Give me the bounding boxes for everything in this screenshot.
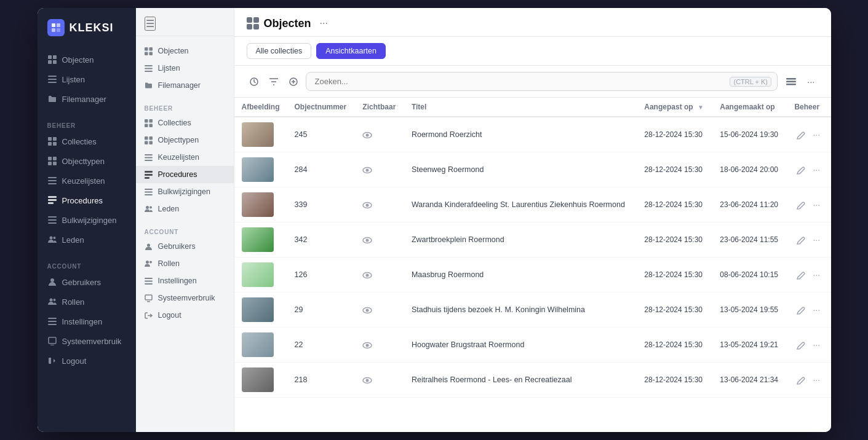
outer-sidebar-item-rollen[interactable]: Rollen — [38, 292, 136, 312]
outer-sidebar-item-leden[interactable]: Leden — [38, 230, 136, 249]
table-row: 284 Steenweg Roermond28-12-2024 15:3018-… — [234, 152, 831, 187]
outer-sidebar-item-instellingen[interactable]: Instellingen — [38, 312, 136, 331]
objectnummer-value: 284 — [295, 165, 308, 174]
inner-sidebar-item-gebruikers[interactable]: Gebruikers — [136, 238, 234, 255]
inner-sidebar-header: ☰ — [136, 8, 234, 36]
svg-rect-3 — [57, 28, 60, 32]
action-buttons: ··· — [794, 163, 823, 176]
inner-sidebar-label-instellingen: Instellingen — [158, 277, 197, 285]
outer-sidebar-item-logout[interactable]: Logout — [38, 351, 136, 371]
filter-button[interactable] — [266, 74, 281, 89]
hamburger-button[interactable]: ☰ — [145, 17, 156, 31]
edit-button[interactable] — [794, 234, 808, 246]
table-header-row: Afbeelding Objectnummer Zichtbaar Titel — [234, 98, 831, 117]
titel-value: Maasbrug Roermond — [412, 270, 484, 279]
more-options-button[interactable]: ··· — [810, 234, 822, 246]
edit-button[interactable] — [794, 304, 808, 316]
edit-button[interactable] — [794, 269, 808, 281]
visibility-icon[interactable] — [362, 374, 372, 384]
svg-rect-14 — [53, 142, 57, 146]
cell-objectnummer: 218 — [287, 363, 356, 398]
outer-sidebar-item-procedures[interactable]: Procedures — [38, 191, 136, 210]
titel-value: Reitralheis Roermond - Lees- en Recreati… — [412, 375, 572, 384]
cell-beheer: ··· — [787, 293, 830, 328]
titel-value: Zwartbroekplein Roermond — [412, 235, 504, 244]
inner-sidebar-item-keuzelijsten[interactable]: Keuzelijsten — [136, 149, 234, 166]
inner-sidebar-item-leden[interactable]: Leden — [136, 200, 234, 218]
outer-sidebar-item-systeemverbruik[interactable]: Systeemverbruik — [38, 331, 136, 351]
outer-sidebar-item-collecties[interactable]: Collecties — [38, 132, 136, 151]
edit-button[interactable] — [794, 128, 808, 141]
svg-rect-4 — [48, 55, 52, 59]
outer-sidebar-item-lijsten[interactable]: Lijsten — [38, 69, 136, 89]
cell-beheer: ··· — [787, 363, 830, 398]
more-options-button[interactable]: ··· — [810, 374, 822, 386]
user-icon — [47, 277, 57, 287]
action-buttons: ··· — [794, 304, 823, 316]
outer-sidebar-label-filemanager: Filemanager — [62, 95, 106, 104]
inner-sidebar-item-systeemverbruik[interactable]: Systeemverbruik — [136, 289, 234, 307]
visibility-icon[interactable] — [362, 199, 372, 209]
more-options-button[interactable]: ··· — [810, 269, 822, 281]
settings-icon — [47, 316, 57, 326]
svg-point-83 — [366, 168, 369, 171]
inner-sidebar-item-procedures[interactable]: Procedures — [136, 166, 234, 183]
visibility-icon[interactable] — [362, 234, 372, 244]
outer-sidebar-item-bulkwijzigingen[interactable]: Bulkwijzigingen — [38, 210, 136, 230]
edit-button[interactable] — [794, 163, 808, 176]
inner-grid-icon — [145, 47, 153, 55]
cell-aangemaakt-op: 18-06-2024 20:00 — [712, 152, 787, 187]
visibility-icon[interactable] — [362, 164, 372, 174]
cell-objectnummer: 29 — [287, 293, 356, 328]
more-options-button[interactable]: ··· — [810, 304, 822, 316]
outer-sidebar-beheer-label: Beheer — [38, 119, 136, 132]
search-input[interactable] — [306, 72, 778, 91]
edit-button[interactable] — [794, 374, 808, 386]
more-options-button[interactable]: ··· — [810, 198, 822, 211]
inner-sidebar-item-rollen[interactable]: Rollen — [136, 255, 234, 272]
inner-sidebar-item-filemanager[interactable]: Filemanager — [136, 77, 234, 94]
inner-sidebar-item-bulkwijzigingen[interactable]: Bulkwijzigingen — [136, 183, 234, 200]
edit-button[interactable] — [794, 198, 808, 211]
inner-sidebar-item-collecties[interactable]: Collecties — [136, 114, 234, 132]
aangemaakt-op-value: 13-05-2024 19:21 — [720, 340, 778, 349]
visibility-icon[interactable] — [362, 339, 372, 349]
filter-tab-ansichtkaarten[interactable]: Ansichtkaarten — [316, 43, 386, 59]
outer-sidebar-item-keuzelijsten[interactable]: Keuzelijsten — [38, 171, 136, 191]
outer-sidebar-item-objecttypen[interactable]: Objecttypen — [38, 151, 136, 171]
outer-sidebar-item-gebruikers[interactable]: Gebruikers — [38, 272, 136, 292]
svg-rect-71 — [147, 301, 150, 302]
more-options-button[interactable]: ··· — [810, 163, 822, 176]
outer-sidebar-label-procedures: Procedures — [62, 196, 103, 205]
outer-sidebar-item-objecten[interactable]: Objecten — [38, 50, 136, 69]
more-options-button[interactable]: ··· — [810, 128, 822, 141]
edit-button[interactable] — [794, 339, 808, 351]
visibility-icon[interactable] — [362, 129, 372, 139]
view-list-button[interactable] — [782, 74, 800, 89]
objectnummer-value: 339 — [295, 200, 308, 209]
view-options-button[interactable]: ··· — [803, 74, 819, 89]
thumbnail — [242, 297, 274, 322]
svg-rect-53 — [145, 154, 153, 155]
add-button[interactable] — [286, 74, 301, 89]
app-window: KLEKSI Objecten — [38, 8, 831, 432]
inner-sidebar-item-logout[interactable]: Logout — [136, 307, 234, 324]
svg-rect-54 — [145, 157, 153, 158]
visibility-icon[interactable] — [362, 269, 372, 279]
history-button[interactable] — [247, 74, 261, 89]
svg-rect-7 — [53, 60, 57, 64]
cell-beheer: ··· — [787, 152, 830, 187]
inner-sidebar-item-objecttypen[interactable]: Objecttypen — [136, 132, 234, 149]
cell-objectnummer: 126 — [287, 257, 356, 293]
visibility-icon[interactable] — [362, 304, 372, 314]
more-options-button[interactable]: ··· — [810, 339, 822, 351]
col-aangepast-op[interactable]: Aangepast op ▼ — [637, 98, 712, 117]
cell-titel: Reitralheis Roermond - Lees- en Recreati… — [404, 363, 637, 398]
inner-sidebar-item-lijsten[interactable]: Lijsten — [136, 60, 234, 77]
outer-sidebar-item-filemanager[interactable]: Filemanager — [38, 89, 136, 109]
inner-sidebar-item-objecten[interactable]: Objecten — [136, 42, 234, 60]
filter-tab-alle-collecties[interactable]: Alle collecties — [247, 43, 312, 59]
title-more-button[interactable]: ··· — [316, 17, 332, 30]
inner-sidebar-item-instellingen[interactable]: Instellingen — [136, 272, 234, 289]
outer-sidebar-label-systeemverbruik: Systeemverbruik — [62, 337, 122, 346]
